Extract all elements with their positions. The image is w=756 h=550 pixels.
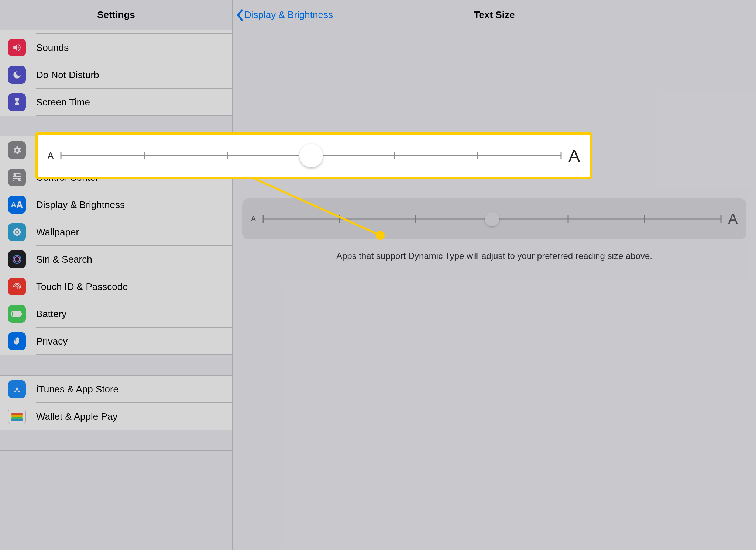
- gear-icon: [8, 141, 26, 159]
- sidebar-item-siri-search[interactable]: Siri & Search: [0, 246, 232, 273]
- svg-rect-21: [11, 419, 23, 421]
- sidebar-item-label: Touch ID & Passcode: [36, 281, 128, 293]
- sidebar-item-wallet-apple-pay[interactable]: Wallet & Apple Pay: [0, 403, 232, 430]
- back-label: Display & Brightness: [244, 9, 333, 21]
- detail-pane: Display & Brightness Text Size A: [233, 0, 756, 550]
- svg-rect-18: [11, 413, 23, 415]
- sidebar-item-label: iTunes & App Store: [36, 384, 118, 395]
- svg-point-14: [14, 257, 20, 262]
- svg-point-6: [16, 234, 18, 236]
- group-divider: [0, 355, 232, 376]
- sidebar-item-label: Privacy: [36, 336, 68, 347]
- slider-thumb[interactable]: [299, 144, 323, 167]
- sidebar-item-label: Do Not Disturb: [36, 69, 99, 81]
- sidebar-item-privacy[interactable]: Privacy: [0, 328, 232, 355]
- svg-point-1: [14, 174, 16, 176]
- text-size-icon: AA: [8, 196, 26, 214]
- svg-point-7: [13, 231, 15, 234]
- slider-track[interactable]: [61, 155, 561, 156]
- sidebar-item-label: Wallet & Apple Pay: [36, 411, 117, 422]
- sidebar-item-screen-time[interactable]: Screen Time: [0, 89, 232, 116]
- svg-point-3: [18, 179, 20, 180]
- slider-min-glyph: A: [251, 215, 256, 223]
- svg-point-9: [14, 229, 16, 231]
- battery-icon: [8, 305, 26, 323]
- sidebar-item-label: Wallpaper: [36, 226, 79, 238]
- volume-icon: [8, 39, 26, 56]
- callout-highlight: A A: [35, 132, 592, 179]
- sidebar-item-itunes-app-store[interactable]: iTunes & App Store: [0, 376, 232, 403]
- sidebar-item-sounds[interactable]: Sounds: [0, 34, 232, 61]
- hourglass-icon: [8, 93, 26, 111]
- slider-track[interactable]: [263, 218, 721, 220]
- sidebar-item-label: Siri & Search: [36, 254, 92, 265]
- slider-max-glyph: A: [568, 146, 580, 166]
- svg-rect-17: [21, 313, 22, 315]
- flower-icon: [8, 223, 26, 241]
- text-size-slider[interactable]: A A: [251, 211, 738, 227]
- sidebar-item[interactable]: [0, 30, 232, 34]
- text-size-slider-card: A A: [242, 198, 746, 239]
- sidebar-item-display-brightness[interactable]: AA Display & Brightness: [0, 191, 232, 218]
- siri-icon: [8, 250, 26, 268]
- fingerprint-icon: [8, 278, 26, 295]
- callout-text-size-slider[interactable]: A A: [48, 146, 580, 166]
- back-button[interactable]: Display & Brightness: [236, 9, 474, 21]
- chevron-left-icon: [236, 9, 244, 21]
- settings-sidebar: Settings Sounds Do Not Disturb Screen Ti…: [0, 0, 233, 550]
- sidebar-header: Settings: [0, 0, 232, 30]
- detail-body: A A Apps that support Dynamic Type will …: [233, 30, 756, 550]
- sidebar-item-label: Display & Brightness: [36, 199, 125, 211]
- hand-icon: [8, 332, 26, 350]
- svg-point-4: [16, 231, 18, 234]
- page-title: Text Size: [474, 9, 515, 21]
- sidebar-item-label: Screen Time: [36, 97, 90, 108]
- help-text: Apps that support Dynamic Type will adju…: [250, 250, 738, 262]
- slider-max-glyph: A: [728, 211, 738, 227]
- svg-point-11: [14, 233, 16, 235]
- sidebar-item-wallpaper[interactable]: Wallpaper: [0, 218, 232, 246]
- detail-header: Display & Brightness Text Size: [233, 0, 756, 30]
- svg-point-12: [18, 233, 20, 235]
- sidebar-item-do-not-disturb[interactable]: Do Not Disturb: [0, 61, 232, 89]
- sidebar-list[interactable]: Sounds Do Not Disturb Screen Time Genera…: [0, 30, 232, 550]
- sidebar-title: Settings: [97, 9, 135, 21]
- wallet-icon: [8, 408, 26, 425]
- svg-point-10: [18, 229, 20, 231]
- sidebar-item-label: Sounds: [36, 42, 69, 53]
- svg-rect-16: [13, 312, 20, 316]
- slider-thumb[interactable]: [485, 212, 499, 226]
- slider-min-glyph: A: [48, 151, 54, 161]
- appstore-icon: [8, 380, 26, 398]
- sidebar-item-label: Battery: [36, 308, 66, 320]
- moon-icon: [8, 66, 26, 84]
- svg-rect-19: [11, 415, 23, 417]
- group-divider: [0, 430, 232, 451]
- svg-point-8: [19, 231, 21, 234]
- svg-point-5: [16, 228, 18, 230]
- sidebar-item-touch-id[interactable]: Touch ID & Passcode: [0, 273, 232, 300]
- sidebar-item-battery[interactable]: Battery: [0, 300, 232, 328]
- toggle-icon: [8, 169, 26, 186]
